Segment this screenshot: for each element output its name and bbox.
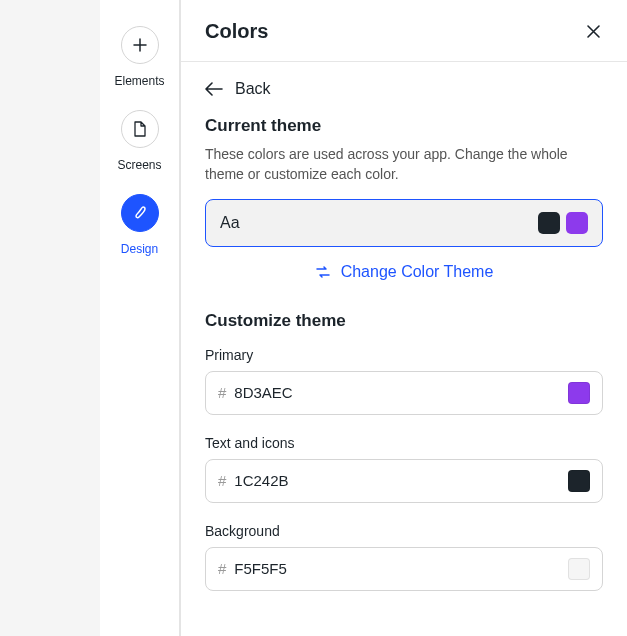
customize-heading: Customize theme bbox=[205, 311, 603, 331]
hex-value-primary: 8D3AEC bbox=[234, 384, 292, 401]
nav-item-design[interactable]: Design bbox=[121, 194, 159, 256]
colors-panel: Colors Back Current theme These colors a… bbox=[180, 0, 627, 636]
color-input-background[interactable]: # F5F5F5 bbox=[205, 547, 603, 591]
close-icon bbox=[586, 24, 601, 39]
field-label-background: Background bbox=[205, 523, 603, 539]
arrow-left-icon bbox=[205, 82, 223, 96]
nav-item-elements[interactable]: Elements bbox=[114, 26, 164, 88]
close-button[interactable] bbox=[583, 22, 603, 42]
vertical-nav: Elements Screens Design bbox=[100, 0, 180, 636]
customize-section: Customize theme Primary # 8D3AEC Text an… bbox=[205, 311, 603, 591]
panel-title: Colors bbox=[205, 20, 268, 43]
brush-icon bbox=[121, 194, 159, 232]
field-label-text: Text and icons bbox=[205, 435, 603, 451]
back-label: Back bbox=[235, 80, 271, 98]
current-theme-description: These colors are used across your app. C… bbox=[205, 144, 603, 185]
swatch-primary-color bbox=[566, 212, 588, 234]
color-input-primary[interactable]: # 8D3AEC bbox=[205, 371, 603, 415]
nav-label-elements: Elements bbox=[114, 74, 164, 88]
hash-symbol: # bbox=[218, 560, 226, 577]
hex-value-text: 1C242B bbox=[234, 472, 288, 489]
back-button[interactable]: Back bbox=[205, 80, 271, 98]
panel-header: Colors bbox=[181, 0, 627, 62]
theme-card[interactable]: Aa bbox=[205, 199, 603, 247]
nav-item-screens[interactable]: Screens bbox=[117, 110, 161, 172]
hash-symbol: # bbox=[218, 472, 226, 489]
plus-icon bbox=[121, 26, 159, 64]
theme-swatches bbox=[538, 212, 588, 234]
nav-label-design: Design bbox=[121, 242, 158, 256]
hash-symbol: # bbox=[218, 384, 226, 401]
current-theme-heading: Current theme bbox=[205, 116, 603, 136]
document-icon bbox=[121, 110, 159, 148]
panel-body: Back Current theme These colors are used… bbox=[181, 62, 627, 629]
change-theme-button[interactable]: Change Color Theme bbox=[205, 263, 603, 281]
nav-label-screens: Screens bbox=[117, 158, 161, 172]
color-input-text[interactable]: # 1C242B bbox=[205, 459, 603, 503]
swap-icon bbox=[315, 264, 331, 280]
color-preview-text[interactable] bbox=[568, 470, 590, 492]
change-theme-label: Change Color Theme bbox=[341, 263, 494, 281]
hex-value-background: F5F5F5 bbox=[234, 560, 287, 577]
swatch-text-color bbox=[538, 212, 560, 234]
theme-sample-text: Aa bbox=[220, 214, 240, 232]
field-label-primary: Primary bbox=[205, 347, 603, 363]
color-preview-background[interactable] bbox=[568, 558, 590, 580]
color-preview-primary[interactable] bbox=[568, 382, 590, 404]
